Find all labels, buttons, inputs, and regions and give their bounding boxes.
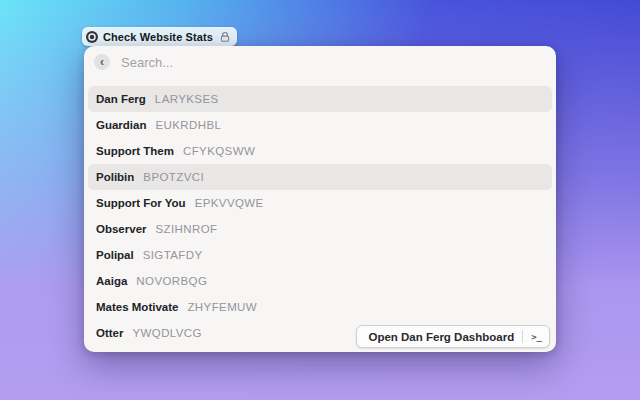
- list-item[interactable]: Support Them CFYKQSWW: [88, 138, 552, 164]
- results-list: Dan Ferg LARYKSES Guardian EUKRDHBL Supp…: [88, 86, 552, 352]
- list-item-name: Mates Motivate: [96, 301, 178, 313]
- list-item-code: CFYKQSWW: [183, 145, 255, 157]
- chevron-left-icon: ‹: [100, 56, 104, 68]
- list-item-name: Support For You: [96, 197, 186, 209]
- list-item-code: EUKRDHBL: [155, 119, 221, 131]
- list-item-code: BPOTZVCI: [143, 171, 204, 183]
- list-item-code: EPKVVQWE: [195, 197, 264, 209]
- lock-icon[interactable]: [218, 30, 233, 44]
- back-button[interactable]: ‹: [94, 54, 110, 70]
- open-dashboard-label: Open Dan Ferg Dashboard: [368, 331, 514, 343]
- open-dashboard-button[interactable]: Open Dan Ferg Dashboard >_: [356, 325, 550, 348]
- list-item[interactable]: Dan Ferg LARYKSES: [88, 86, 552, 112]
- list-item-name: Support Them: [96, 145, 174, 157]
- list-item[interactable]: Guardian EUKRDHBL: [88, 112, 552, 138]
- list-item-name: Otter: [96, 327, 123, 339]
- launcher-panel: ‹ Dan Ferg LARYKSES Guardian EUKRDHBL Su…: [84, 46, 556, 352]
- list-item[interactable]: Mates Motivate ZHYFEMUW: [88, 294, 552, 320]
- record-dot-icon: [86, 31, 98, 43]
- enter-shortcut-icon: >_: [531, 332, 542, 342]
- list-item-name: Guardian: [96, 119, 146, 131]
- list-item-name: Polibin: [96, 171, 134, 183]
- list-item-name: Observer: [96, 223, 147, 235]
- list-item-code: YWQDLVCG: [132, 327, 201, 339]
- command-pill-label: Check Website Stats: [103, 31, 213, 43]
- list-item-name: Dan Ferg: [96, 93, 146, 105]
- list-item-code: ZHYFEMUW: [187, 301, 257, 313]
- list-item-code: NOVORBQG: [136, 275, 207, 287]
- command-pill[interactable]: Check Website Stats: [82, 27, 237, 46]
- list-item-code: SZIHNROF: [156, 223, 218, 235]
- list-item[interactable]: Aaiga NOVORBQG: [88, 268, 552, 294]
- list-item-name: Aaiga: [96, 275, 127, 287]
- list-item[interactable]: Polipal SIGTAFDY: [88, 242, 552, 268]
- button-divider: [522, 330, 523, 343]
- list-item[interactable]: Observer SZIHNROF: [88, 216, 552, 242]
- search-input[interactable]: [119, 54, 546, 71]
- list-item[interactable]: Polibin BPOTZVCI: [88, 164, 552, 190]
- list-item[interactable]: Support For You EPKVVQWE: [88, 190, 552, 216]
- search-bar: ‹: [84, 46, 556, 78]
- list-item-code: SIGTAFDY: [143, 249, 203, 261]
- desktop-background: { "pill": { "label": "Check Website Stat…: [0, 0, 640, 400]
- list-item-name: Polipal: [96, 249, 134, 261]
- list-item-code: LARYKSES: [155, 93, 219, 105]
